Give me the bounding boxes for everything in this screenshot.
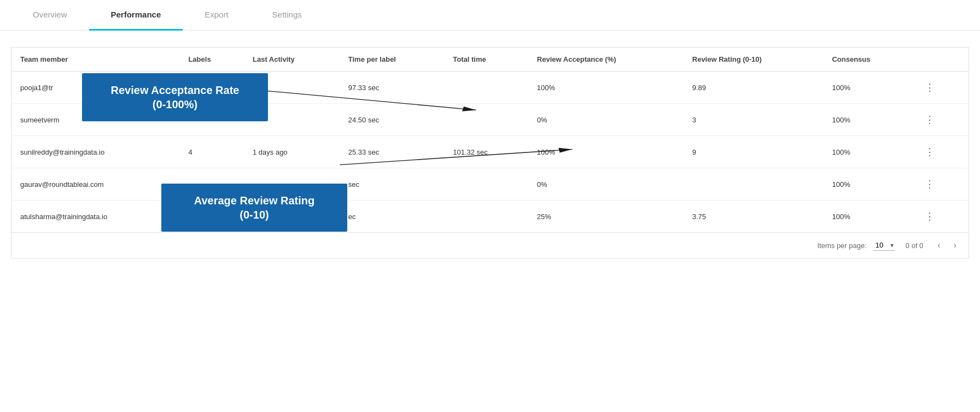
cell-row3-actions[interactable]: ⋮ <box>913 168 969 201</box>
table-wrapper: Review Acceptance Rate (0-100%) Average … <box>11 47 969 258</box>
cell-row1-col4 <box>444 104 528 136</box>
cell-row3-col6 <box>684 168 824 201</box>
tab-performance[interactable]: Performance <box>89 0 183 31</box>
cell-row2-col2: 1 days ago <box>244 136 340 168</box>
cell-row4-col0: atulsharma@trainingdata.io <box>11 201 180 233</box>
cell-row3-col2 <box>244 168 340 201</box>
cell-row1-col0: sumeetverm <box>11 104 180 136</box>
cell-row4-col2 <box>244 201 340 233</box>
cell-row4-actions[interactable]: ⋮ <box>913 201 969 233</box>
cell-row2-col6: 9 <box>684 136 824 168</box>
cell-row2-col5: 100% <box>528 136 684 168</box>
row-menu-button[interactable]: ⋮ <box>921 209 938 223</box>
cell-row2-actions[interactable]: ⋮ <box>913 136 969 168</box>
cell-row1-col7: 100% <box>823 104 913 136</box>
cell-row2-col3: 25.33 sec <box>340 136 444 168</box>
cell-row2-col4: 101.32 sec <box>444 136 528 168</box>
table-row: atulsharma@trainingdata.ioec25%3.75100%⋮ <box>11 201 969 233</box>
tab-overview[interactable]: Overview <box>11 0 89 31</box>
col-consensus: Consensus <box>823 48 913 72</box>
col-last-activity: Last Activity <box>244 48 340 72</box>
col-review-acceptance: Review Acceptance (%) <box>528 48 684 72</box>
tab-export[interactable]: Export <box>183 0 250 31</box>
cell-row1-col3: 24.50 sec <box>340 104 444 136</box>
cell-row2-col7: 100% <box>823 136 913 168</box>
cell-row0-col4 <box>444 72 528 104</box>
cell-row2-col1: 4 <box>179 136 244 168</box>
col-total-time: Total time <box>444 48 528 72</box>
items-per-page-wrapper[interactable]: 10 25 50 <box>873 240 895 251</box>
table-header-row: Team member Labels Last Activity Time pe… <box>11 48 969 72</box>
col-team-member: Team member <box>11 48 180 72</box>
col-actions <box>913 48 969 72</box>
cell-row1-col6: 3 <box>684 104 824 136</box>
table-row: gaurav@roundtableai.comsec0%100%⋮ <box>11 168 969 201</box>
cell-row4-col4 <box>444 201 528 233</box>
tab-settings[interactable]: Settings <box>250 0 324 31</box>
cell-row1-col1 <box>179 104 244 136</box>
col-review-rating: Review Rating (0-10) <box>684 48 824 72</box>
row-menu-button[interactable]: ⋮ <box>921 145 938 159</box>
cell-row3-col0: gaurav@roundtableai.com <box>11 168 180 201</box>
cell-row0-col3: 97.33 sec <box>340 72 444 104</box>
cell-row3-col1 <box>179 168 244 201</box>
cell-row0-actions[interactable]: ⋮ <box>913 72 969 104</box>
pagination-count: 0 of 0 <box>906 242 924 250</box>
performance-table: Team member Labels Last Activity Time pe… <box>11 47 969 233</box>
cell-row3-col3: sec <box>340 168 444 201</box>
cell-row4-col7: 100% <box>823 201 913 233</box>
cell-row3-col5: 0% <box>528 168 684 201</box>
cell-row1-actions[interactable]: ⋮ <box>913 104 969 136</box>
items-per-page-select[interactable]: 10 25 50 <box>873 240 895 251</box>
pagination-next-button[interactable]: › <box>950 239 960 251</box>
cell-row0-col1 <box>179 72 244 104</box>
cell-row0-col2 <box>244 72 340 104</box>
cell-row0-col7: 100% <box>823 72 913 104</box>
col-time-per-label: Time per label <box>340 48 444 72</box>
cell-row2-col0: sunilreddy@trainingdata.io <box>11 136 180 168</box>
cell-row4-col5: 25% <box>528 201 684 233</box>
cell-row4-col1 <box>179 201 244 233</box>
row-menu-button[interactable]: ⋮ <box>921 177 938 191</box>
cell-row3-col4 <box>444 168 528 201</box>
cell-row0-col6: 9.89 <box>684 72 824 104</box>
table-row: sunilreddy@trainingdata.io41 days ago25.… <box>11 136 969 168</box>
col-labels: Labels <box>179 48 244 72</box>
cell-row3-col7: 100% <box>823 168 913 201</box>
main-content: Review Acceptance Rate (0-100%) Average … <box>0 31 980 269</box>
row-menu-button[interactable]: ⋮ <box>921 80 938 95</box>
row-menu-button[interactable]: ⋮ <box>921 113 938 127</box>
cell-row1-col2 <box>244 104 340 136</box>
cell-row4-col3: ec <box>340 201 444 233</box>
items-per-page-label: Items per page: <box>817 242 866 250</box>
pagination-prev-button[interactable]: ‹ <box>934 239 943 251</box>
table-row: sumeetverm24.50 sec0%3100%⋮ <box>11 104 969 136</box>
cell-row0-col0: pooja1@tr <box>11 72 180 104</box>
cell-row0-col5: 100% <box>528 72 684 104</box>
table-row: pooja1@tr97.33 sec100%9.89100%⋮ <box>11 72 969 104</box>
tab-bar: Overview Performance Export Settings <box>0 0 980 31</box>
pagination-bar: Items per page: 10 25 50 0 of 0 ‹ › <box>11 233 969 258</box>
cell-row1-col5: 0% <box>528 104 684 136</box>
cell-row4-col6: 3.75 <box>684 201 824 233</box>
